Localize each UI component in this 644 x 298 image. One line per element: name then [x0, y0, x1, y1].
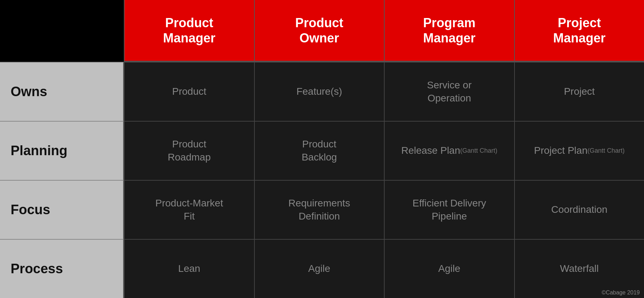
comparison-table: ProductManager ProductOwner ProgramManag… [0, 0, 644, 298]
process-product-owner: Agile [254, 239, 384, 298]
planning-product-owner: ProductBacklog [254, 121, 384, 180]
owns-program-manager: Service orOperation [384, 62, 514, 121]
owns-product-manager: Product [124, 62, 254, 121]
focus-product-manager: Product-MarketFit [124, 180, 254, 239]
focus-project-manager: Coordination [514, 180, 644, 239]
planning-program-manager: Release Plan(Gantt Chart) [384, 121, 514, 180]
process-program-manager: Agile [384, 239, 514, 298]
focus-product-owner: RequirementsDefinition [254, 180, 384, 239]
row-label-owns: Owns [0, 62, 124, 121]
owns-project-manager: Project [514, 62, 644, 121]
header-program-manager: ProgramManager [384, 0, 514, 62]
header-product-owner: ProductOwner [254, 0, 384, 62]
focus-program-manager: Efficient DeliveryPipeline [384, 180, 514, 239]
owns-product-owner: Feature(s) [254, 62, 384, 121]
process-project-manager: Waterfall [514, 239, 644, 298]
header-product-manager: ProductManager [124, 0, 254, 62]
row-label-planning: Planning [0, 121, 124, 180]
planning-product-manager: ProductRoadmap [124, 121, 254, 180]
process-product-manager: Lean [124, 239, 254, 298]
header-empty-cell [0, 0, 124, 62]
copyright-text: ©Cabage 2019 [602, 290, 640, 296]
header-project-manager: ProjectManager [514, 0, 644, 62]
row-label-focus: Focus [0, 180, 124, 239]
planning-project-manager: Project Plan(Gantt Chart) [514, 121, 644, 180]
row-label-process: Process [0, 239, 124, 298]
